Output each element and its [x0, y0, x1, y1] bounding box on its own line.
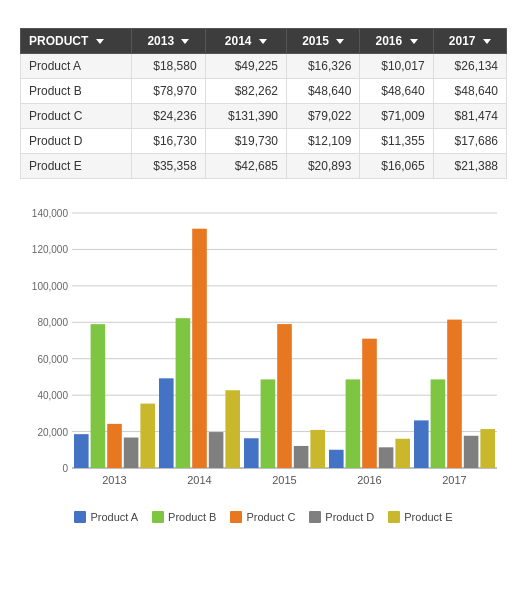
svg-text:0: 0 [62, 463, 68, 474]
table-cell: $17,686 [433, 129, 506, 154]
table-row: Product C$24,236$131,390$79,022$71,009$8… [21, 104, 507, 129]
svg-text:80,000: 80,000 [37, 317, 68, 328]
filter-icon[interactable] [410, 39, 418, 44]
table-cell: $35,358 [132, 154, 205, 179]
table-cell: $19,730 [205, 129, 286, 154]
bar-D-2014 [209, 432, 224, 468]
chart-section: 020,00040,00060,00080,000100,000120,0001… [20, 203, 507, 523]
bar-E-2015 [310, 430, 325, 468]
legend-swatch [309, 511, 321, 523]
table-cell: $18,580 [132, 54, 205, 79]
bar-D-2017 [464, 436, 479, 468]
svg-text:40,000: 40,000 [37, 390, 68, 401]
svg-text:2016: 2016 [357, 474, 381, 486]
legend-label: Product A [90, 511, 138, 523]
legend-swatch [152, 511, 164, 523]
bar-C-2015 [277, 324, 292, 468]
bar-B-2017 [431, 379, 446, 468]
header-cell-2014[interactable]: 2014 [205, 29, 286, 54]
bar-E-2016 [395, 439, 410, 468]
bar-C-2014 [192, 229, 207, 468]
filter-icon[interactable] [483, 39, 491, 44]
bar-D-2016 [379, 447, 394, 468]
header-cell-2013[interactable]: 2013 [132, 29, 205, 54]
table-cell: $20,893 [287, 154, 360, 179]
svg-text:2017: 2017 [442, 474, 466, 486]
bar-B-2016 [346, 379, 361, 468]
bar-A-2013 [74, 434, 89, 468]
table-cell: Product D [21, 129, 132, 154]
header-cell-2016[interactable]: 2016 [360, 29, 433, 54]
table-cell: $24,236 [132, 104, 205, 129]
table-row: Product E$35,358$42,685$20,893$16,065$21… [21, 154, 507, 179]
table-cell: $78,970 [132, 79, 205, 104]
table-cell: $10,017 [360, 54, 433, 79]
table-cell: $48,640 [433, 79, 506, 104]
bar-B-2013 [91, 324, 106, 468]
filter-icon-product[interactable] [96, 39, 104, 44]
header-cell-2015[interactable]: 2015 [287, 29, 360, 54]
legend-label: Product D [325, 511, 374, 523]
table-row: Product A$18,580$49,225$16,326$10,017$26… [21, 54, 507, 79]
legend-item-product-b: Product B [152, 511, 216, 523]
table-cell: Product A [21, 54, 132, 79]
table-cell: $71,009 [360, 104, 433, 129]
svg-text:2013: 2013 [102, 474, 126, 486]
table-cell: $16,065 [360, 154, 433, 179]
legend-swatch [74, 511, 86, 523]
table-body: Product A$18,580$49,225$16,326$10,017$26… [21, 54, 507, 179]
bar-E-2013 [140, 404, 155, 468]
bar-E-2014 [225, 390, 240, 468]
bar-chart-svg: 020,00040,00060,00080,000100,000120,0001… [20, 203, 507, 503]
table-cell: $82,262 [205, 79, 286, 104]
table-cell: Product B [21, 79, 132, 104]
bar-C-2013 [107, 424, 122, 468]
legend-item-product-c: Product C [230, 511, 295, 523]
bar-A-2014 [159, 378, 174, 468]
svg-text:2015: 2015 [272, 474, 296, 486]
bar-B-2014 [176, 318, 191, 468]
table-cell: Product C [21, 104, 132, 129]
table-cell: $131,390 [205, 104, 286, 129]
bar-E-2017 [480, 429, 495, 468]
svg-text:60,000: 60,000 [37, 354, 68, 365]
svg-text:20,000: 20,000 [37, 427, 68, 438]
legend-item-product-a: Product A [74, 511, 138, 523]
bar-B-2015 [261, 379, 276, 468]
svg-text:2014: 2014 [187, 474, 211, 486]
filter-icon[interactable] [336, 39, 344, 44]
bar-D-2015 [294, 446, 309, 468]
legend-label: Product C [246, 511, 295, 523]
header-cell-product: PRODUCT [21, 29, 132, 54]
table-cell: $79,022 [287, 104, 360, 129]
table-cell: $16,326 [287, 54, 360, 79]
svg-text:120,000: 120,000 [32, 244, 69, 255]
bar-A-2015 [244, 438, 259, 468]
bar-C-2017 [447, 320, 462, 468]
header-cell-2017[interactable]: 2017 [433, 29, 506, 54]
table-cell: $49,225 [205, 54, 286, 79]
legend-item-product-e: Product E [388, 511, 452, 523]
chart-legend: Product AProduct BProduct CProduct DProd… [20, 511, 507, 523]
table-row: Product B$78,970$82,262$48,640$48,640$48… [21, 79, 507, 104]
table-cell: $12,109 [287, 129, 360, 154]
bar-A-2016 [329, 450, 344, 468]
table-cell: $81,474 [433, 104, 506, 129]
chart-area: 020,00040,00060,00080,000100,000120,0001… [20, 203, 507, 503]
table-row: Product D$16,730$19,730$12,109$11,355$17… [21, 129, 507, 154]
legend-label: Product E [404, 511, 452, 523]
legend-label: Product B [168, 511, 216, 523]
table-cell: $42,685 [205, 154, 286, 179]
table-cell: $11,355 [360, 129, 433, 154]
filter-icon[interactable] [181, 39, 189, 44]
legend-item-product-d: Product D [309, 511, 374, 523]
data-table: PRODUCT 2013 2014 2015 2016 2017 Product… [20, 28, 507, 179]
bar-C-2016 [362, 339, 377, 468]
table-cell: $26,134 [433, 54, 506, 79]
filter-icon[interactable] [259, 39, 267, 44]
table-cell: $48,640 [360, 79, 433, 104]
table-cell: $16,730 [132, 129, 205, 154]
svg-text:100,000: 100,000 [32, 281, 69, 292]
table-cell: Product E [21, 154, 132, 179]
legend-swatch [230, 511, 242, 523]
